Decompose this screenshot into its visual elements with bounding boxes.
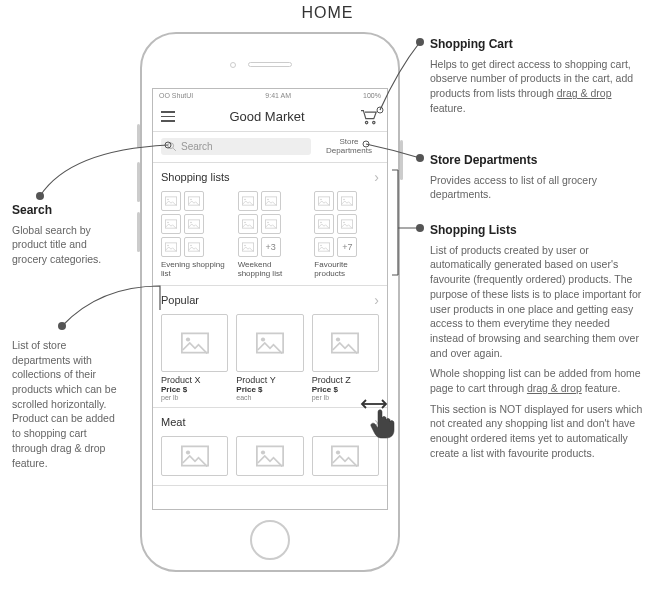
svg-point-43 [186,450,190,454]
image-icon [312,314,379,372]
svg-point-9 [167,221,169,223]
annotation-store-dept: Store Departments Provides access to lis… [430,152,640,208]
svg-point-7 [190,198,192,200]
side-button [137,162,140,202]
chevron-right-icon: › [374,169,379,185]
status-carrier: OO ShutUI [159,92,193,99]
section-title: Meat [161,416,185,428]
image-icon [161,314,228,372]
annotation-title: Shopping Cart [430,36,640,53]
shopping-lists-section: Shopping lists › Evening shopping [153,163,387,286]
section-header[interactable]: Meat › [153,408,387,436]
search-row: Search Store Departments [153,132,387,163]
image-icon [238,237,258,257]
image-icon [184,237,204,257]
svg-point-27 [321,198,323,200]
svg-point-39 [261,337,265,341]
image-icon [161,191,181,211]
image-icon [236,314,303,372]
list-label: Evening shopping list [161,260,226,279]
product-card[interactable] [236,436,303,479]
product-unit: each [236,394,303,401]
svg-point-21 [244,221,246,223]
shopping-list-item[interactable]: +7 Favourite products [314,191,379,279]
meat-section: Meat › [153,408,387,486]
svg-point-1 [373,121,375,123]
annotation-body: Helps to get direct access to shopping c… [430,57,640,116]
list-label: Favourite products [314,260,379,279]
svg-point-15 [190,244,192,246]
svg-point-31 [321,221,323,223]
shopping-list-item[interactable]: +3 Weekend shopping list [238,191,303,279]
product-card[interactable]: Product Z Price $ per lb [312,314,379,401]
svg-point-49 [36,192,44,200]
speaker-icon [248,62,292,67]
svg-point-54 [416,154,424,162]
svg-point-29 [344,198,346,200]
image-icon [261,214,281,234]
product-unit: per lb [161,394,228,401]
menu-icon[interactable] [161,111,175,122]
image-icon [261,191,281,211]
svg-point-52 [416,38,424,46]
side-button [137,212,140,252]
svg-point-11 [190,221,192,223]
image-icon [337,191,357,211]
side-button [137,124,140,148]
image-icon [161,436,228,476]
image-icon [236,436,303,476]
svg-point-19 [267,198,269,200]
cart-icon[interactable] [359,109,379,125]
svg-point-51 [58,322,66,330]
product-card[interactable]: Product X Price $ per lb [161,314,228,401]
drag-gesture-icon [358,390,408,440]
svg-point-13 [167,244,169,246]
annotation-body: List of store departments with collectio… [12,338,122,470]
search-placeholder: Search [181,141,213,152]
svg-line-3 [173,148,176,151]
status-time: 9:41 AM [265,92,291,99]
section-header[interactable]: Shopping lists › [153,163,387,191]
store-departments-link[interactable]: Store Departments [319,138,379,156]
section-header[interactable]: Popular › [153,286,387,314]
svg-point-5 [167,198,169,200]
annotation-body: List of products created by user or auto… [430,243,645,361]
search-input[interactable]: Search [161,138,311,155]
annotation-shopping-lists: Shopping Lists List of products created … [430,222,645,466]
svg-point-33 [344,221,346,223]
svg-point-47 [336,450,340,454]
annotation-title: Search [12,202,122,219]
image-icon [184,191,204,211]
svg-point-17 [244,198,246,200]
annotation-departments: List of store departments with collectio… [12,338,122,476]
product-name: Product X [161,375,228,385]
app-title: Good Market [229,109,304,124]
annotation-title: Store Departments [430,152,640,169]
section-title: Popular [161,294,199,306]
more-count-badge: +7 [337,237,357,257]
phone-frame: OO ShutUI 9:41 AM 100% Good Market Searc… [140,32,400,572]
svg-point-35 [321,244,323,246]
home-button[interactable] [250,520,290,560]
annotation-search: Search Global search by product title an… [12,202,122,273]
image-icon [238,191,258,211]
image-icon [161,237,181,257]
product-card[interactable] [161,436,228,479]
product-card[interactable]: Product Y Price $ each [236,314,303,401]
product-price: Price $ [236,385,303,394]
shopping-list-item[interactable]: Evening shopping list [161,191,226,279]
annotation-cart: Shopping Cart Helps to get direct access… [430,36,640,122]
product-name: Product Z [312,375,379,385]
image-icon [337,214,357,234]
product-card[interactable] [312,436,379,479]
svg-point-56 [416,224,424,232]
annotation-body: Global search by product title and groce… [12,223,122,267]
image-icon [238,214,258,234]
chevron-right-icon: › [374,292,379,308]
status-battery: 100% [363,92,381,99]
image-icon [312,436,379,476]
annotation-body: Whole shopping list can be added from ho… [430,366,645,395]
popular-section: Popular › Product X Price $ per lb Produ… [153,286,387,408]
annotation-body: This section is NOT displayed for users … [430,402,645,461]
svg-point-2 [168,143,174,149]
